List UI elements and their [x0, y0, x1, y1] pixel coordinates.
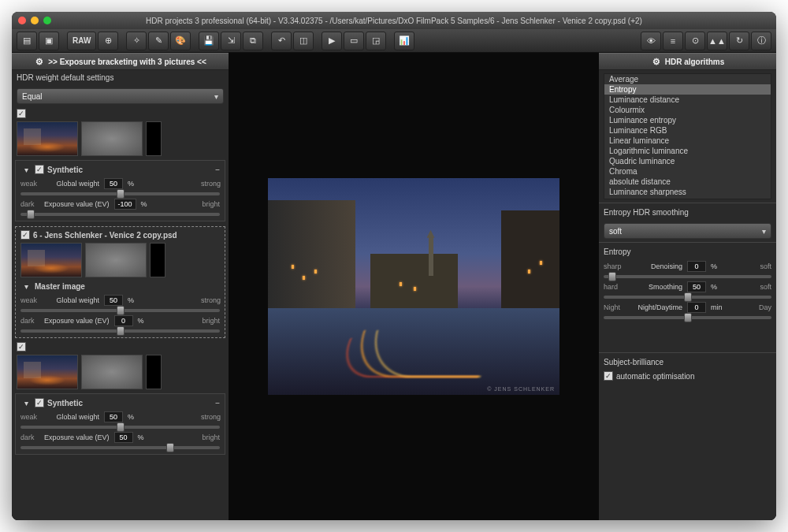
- info-button[interactable]: ⓘ: [751, 32, 771, 50]
- algorithm-item[interactable]: Chroma: [604, 166, 771, 177]
- algorithm-item[interactable]: Luminance sharpness: [604, 187, 771, 197]
- overview-thumbs: [12, 120, 229, 158]
- zoom-icon[interactable]: [43, 17, 51, 24]
- weight-value[interactable]: 50: [104, 178, 123, 189]
- brilliance-label: Subject-brilliance: [599, 352, 776, 370]
- eye-button[interactable]: 👁: [641, 32, 661, 50]
- algorithms-header: ⚙ HDR algorithms: [599, 53, 776, 70]
- timeline-button[interactable]: ▭: [344, 32, 364, 50]
- weight-slider[interactable]: [20, 426, 220, 429]
- raw-button[interactable]: RAW: [67, 32, 96, 50]
- thumb-weight[interactable]: [85, 243, 147, 277]
- weight-slider[interactable]: [20, 192, 220, 195]
- smoothing-dropdown[interactable]: soft: [604, 223, 771, 239]
- auto-opt-label: automatic optimisation: [616, 372, 695, 381]
- slider-value[interactable]: 0: [687, 302, 706, 313]
- entropy-slider[interactable]: [604, 316, 771, 319]
- crop-button[interactable]: ◲: [366, 32, 386, 50]
- enable-all-checkbox[interactable]: ✓: [17, 109, 26, 118]
- thumb-weight[interactable]: [81, 355, 143, 389]
- brush-button[interactable]: ✎: [148, 32, 169, 50]
- refresh-button[interactable]: ↻: [729, 32, 749, 50]
- defaults-label: HDR weight default settings: [12, 70, 229, 85]
- slider-value[interactable]: 0: [687, 261, 706, 272]
- export-button[interactable]: ⇲: [221, 32, 241, 50]
- bracket-checkbox[interactable]: ✓: [20, 230, 30, 240]
- weight-slider[interactable]: [20, 309, 220, 312]
- minimize-icon[interactable]: [31, 17, 39, 24]
- entropy-label: Entropy: [599, 242, 776, 259]
- minus-icon[interactable]: −: [215, 399, 220, 407]
- bracket-item: ▾ ✓ Synthetic − weak Global weight 50 % …: [15, 160, 225, 221]
- algorithm-item[interactable]: Luminance RGB: [604, 125, 771, 136]
- collapse-icon[interactable]: ▾: [20, 397, 32, 408]
- thumb-mask[interactable]: [150, 243, 165, 277]
- thumb-preview[interactable]: [20, 243, 82, 277]
- algorithm-item[interactable]: Luminance distance: [604, 95, 771, 105]
- save-button[interactable]: 💾: [199, 32, 219, 50]
- thumb-preview[interactable]: [17, 355, 78, 389]
- main-toolbar: ▤ ▣ RAW ⊕ ✧ ✎ 🎨 💾 ⇲ ⧉ ↶ ◫ ▶ ▭ ◲ 📊 👁 ≡ ⊙ …: [12, 29, 776, 53]
- image-preview[interactable]: © JENS SCHLENKER: [268, 178, 559, 395]
- ev-slider[interactable]: [20, 446, 220, 449]
- thumb-preview[interactable]: [17, 121, 78, 156]
- ev-value[interactable]: 50: [114, 432, 133, 443]
- import-button[interactable]: ⊕: [98, 32, 118, 50]
- algorithm-item[interactable]: Colourmix: [604, 105, 771, 115]
- gear-icon[interactable]: ⚙: [651, 56, 662, 67]
- algorithm-item[interactable]: Linear luminance: [604, 136, 771, 146]
- algorithm-item[interactable]: Quadric luminance: [604, 156, 771, 166]
- play-button[interactable]: ▶: [322, 32, 342, 50]
- preset-dropdown[interactable]: Equal: [17, 88, 224, 104]
- bracket-checkbox[interactable]: ✓: [35, 165, 44, 174]
- algorithm-item[interactable]: Average: [604, 74, 771, 84]
- algorithm-item[interactable]: absolute distance: [604, 177, 771, 187]
- thumb-mask[interactable]: [146, 355, 162, 389]
- palette-button[interactable]: 🎨: [170, 32, 191, 50]
- ev-value[interactable]: 0: [114, 315, 133, 326]
- thumb-mask[interactable]: [146, 121, 162, 156]
- right-panel: ⚙ HDR algorithms AverageEntropyLuminance…: [599, 53, 776, 520]
- app-window: HDR projects 3 professional (64-bit) - V…: [12, 12, 776, 520]
- preview-area: © JENS SCHLENKER: [229, 53, 599, 520]
- gear-icon[interactable]: ⚙: [34, 56, 45, 67]
- left-panel: ⚙ >> Exposure bracketing with 3 pictures…: [12, 53, 229, 520]
- algorithm-item[interactable]: Entropy: [604, 84, 771, 95]
- bracket-name: Synthetic: [47, 399, 83, 407]
- histogram-button[interactable]: 📊: [394, 32, 414, 50]
- window-title: HDR projects 3 professional (64-bit) - V…: [146, 17, 642, 25]
- minus-icon[interactable]: −: [215, 166, 220, 174]
- algorithm-list[interactable]: AverageEntropyLuminance distanceColourmi…: [604, 73, 771, 199]
- open-button[interactable]: ▣: [39, 32, 59, 50]
- compare-button[interactable]: ◫: [293, 32, 314, 50]
- wand-button[interactable]: ✧: [126, 32, 147, 50]
- enable-checkbox[interactable]: ✓: [17, 342, 26, 352]
- collapse-icon[interactable]: ▾: [20, 164, 32, 175]
- ev-value[interactable]: -100: [114, 199, 136, 210]
- ev-slider[interactable]: [20, 213, 220, 216]
- algorithm-item[interactable]: Colour sharpness: [604, 197, 771, 199]
- close-icon[interactable]: [18, 17, 26, 24]
- slider-value[interactable]: 50: [687, 281, 706, 292]
- window-controls: [18, 17, 51, 24]
- weight-value[interactable]: 50: [104, 295, 123, 306]
- entropy-slider[interactable]: [604, 296, 771, 299]
- flip-button[interactable]: ▲▲: [707, 32, 727, 50]
- algorithm-item[interactable]: Luminance entropy: [604, 115, 771, 125]
- zoom-button[interactable]: ⊙: [685, 32, 705, 50]
- layers-button[interactable]: ≡: [663, 32, 683, 50]
- weight-value[interactable]: 50: [104, 411, 123, 422]
- entropy-slider[interactable]: [604, 275, 771, 278]
- algorithm-item[interactable]: Logarithmic luminance: [604, 146, 771, 156]
- new-button[interactable]: ▤: [17, 32, 37, 50]
- watermark: © JENS SCHLENKER: [487, 386, 555, 392]
- bracket-checkbox[interactable]: ✓: [35, 398, 44, 407]
- titlebar: HDR projects 3 professional (64-bit) - V…: [12, 12, 776, 29]
- thumb-weight[interactable]: [81, 121, 143, 156]
- ev-slider[interactable]: [20, 329, 220, 333]
- bracket-item: ▾ ✓ Synthetic − weak Global weight 50 % …: [15, 393, 225, 455]
- batch-button[interactable]: ⧉: [243, 32, 263, 50]
- auto-opt-checkbox[interactable]: ✓: [604, 371, 613, 381]
- collapse-icon[interactable]: ▾: [20, 281, 32, 292]
- undo-button[interactable]: ↶: [271, 32, 292, 50]
